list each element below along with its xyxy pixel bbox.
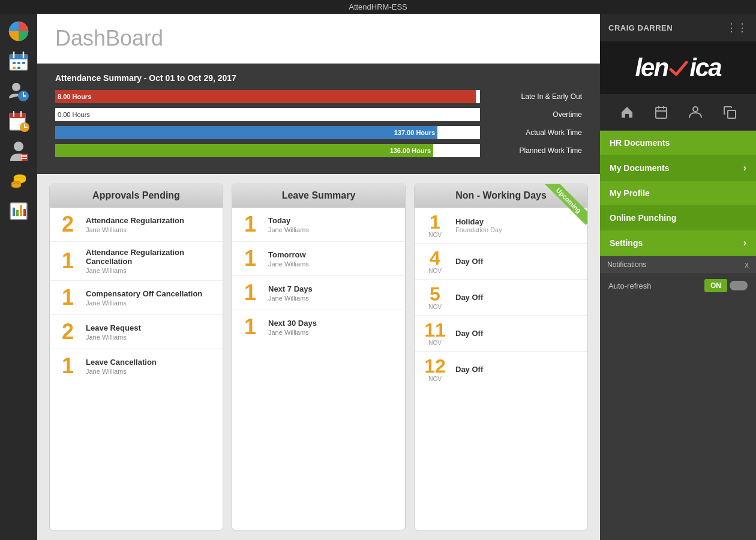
right-menu-label: Online Punching [610, 213, 676, 223]
nwd-items: 1 NOV Holiday Foundation Day 4 NOV Day O… [415, 208, 587, 387]
approval-item-0[interactable]: 2 Attendance Regularization Jane William… [50, 208, 223, 242]
svg-rect-37 [656, 107, 667, 118]
nwd-item-4[interactable]: 12 NOV Day Off [415, 352, 587, 387]
svg-point-21 [14, 142, 23, 151]
attendance-title: Attendance Summary - Oct 01 to Oct 29, 2… [55, 73, 582, 83]
leave-item-3[interactable]: 1 Next 30 Days Jane Williams [232, 310, 405, 344]
sidebar-icon-coins[interactable] [5, 167, 32, 195]
right-nav-copy-icon[interactable] [718, 100, 742, 124]
leave-info: Today Jane Williams [268, 216, 397, 233]
nwd-info-title: Day Off [455, 257, 579, 266]
leave-item-0[interactable]: 1 Today Jane Williams [232, 208, 405, 242]
chevron-right-icon: › [743, 163, 746, 173]
leave-sub: Jane Williams [268, 295, 397, 302]
right-menu-label: HR Documents [610, 138, 670, 148]
leave-count: 1 [241, 282, 260, 304]
approval-item-4[interactable]: 1 Leave Cancellation Jane Williams [50, 349, 223, 383]
toggle-container[interactable]: ON [704, 279, 748, 292]
right-menu-label: My Documents [610, 163, 670, 173]
leave-items: 1 Today Jane Williams 1 Tomorrow Jane Wi… [232, 208, 405, 344]
sidebar-icon-person[interactable] [5, 137, 32, 165]
bar-container-1: 0.00 Hours [55, 108, 480, 121]
nwd-day: 1 [423, 212, 447, 232]
nwd-info: Day Off [455, 365, 579, 374]
bar-label-1: Overtime [486, 110, 582, 119]
right-menu-item-3[interactable]: Online Punching [600, 206, 756, 230]
bar-fill-3: 136.00 Hours [55, 144, 433, 157]
auto-refresh-label: Auto-refresh [608, 281, 652, 290]
bar-row-0: 8.00 HoursLate In & Early Out [55, 90, 582, 103]
svg-rect-34 [16, 210, 19, 216]
approval-count: 2 [58, 321, 77, 343]
right-menu-item-2[interactable]: My Profile [600, 181, 756, 206]
right-menu: HR Documents My Documents › My Profile O… [600, 131, 756, 256]
approval-info: Attendance Regularization Cancellation J… [86, 248, 214, 274]
toggle-switch[interactable] [730, 281, 748, 290]
right-nav-home-icon[interactable] [615, 100, 639, 124]
svg-point-31 [11, 183, 21, 188]
approval-sub: Jane Williams [86, 299, 214, 307]
nwd-info-title: Day Off [455, 329, 579, 338]
approvals-card: Approvals Pending 2 Attendance Regulariz… [49, 184, 223, 530]
bar-container-3: 136.00 Hours [55, 144, 480, 157]
nwd-info: Day Off [455, 293, 579, 302]
nwd-day: 12 [423, 356, 447, 376]
right-menu-item-4[interactable]: Settings › [600, 230, 756, 256]
logo-checkmark [668, 58, 689, 78]
approval-item-1[interactable]: 1 Attendance Regularization Cancellation… [50, 242, 223, 281]
attendance-section: Attendance Summary - Oct 01 to Oct 29, 2… [37, 64, 600, 174]
approvals-items: 2 Attendance Regularization Jane William… [50, 208, 223, 383]
toggle-on-label[interactable]: ON [704, 279, 727, 292]
approval-count: 2 [58, 214, 77, 235]
right-menu-label: My Profile [610, 188, 650, 198]
nwd-day: 4 [423, 248, 447, 268]
sidebar-icon-dashboard[interactable] [5, 17, 32, 45]
cards-section: Approvals Pending 2 Attendance Regulariz… [37, 174, 600, 540]
page-title: DashBoard [55, 26, 582, 51]
approval-item-3[interactable]: 2 Leave Request Jane Williams [50, 315, 223, 349]
approval-item-2[interactable]: 1 Compensatory Off Cancellation Jane Wil… [50, 281, 223, 315]
leave-item-2[interactable]: 1 Next 7 Days Jane Williams [232, 276, 405, 310]
nwd-item-3[interactable]: 11 NOV Day Off [415, 316, 587, 352]
nwd-item-1[interactable]: 4 NOV Day Off [415, 244, 587, 280]
svg-rect-42 [728, 110, 736, 118]
leave-count: 1 [241, 214, 260, 235]
right-menu-item-1[interactable]: My Documents › [600, 155, 756, 181]
nwd-item-2[interactable]: 5 NOV Day Off [415, 280, 587, 316]
svg-rect-9 [17, 67, 20, 69]
right-header: CRAIG DARREN ⋮⋮ [600, 14, 756, 41]
right-menu-item-0[interactable]: HR Documents [600, 131, 756, 155]
sidebar-icon-reports[interactable] [5, 197, 32, 225]
notifications-close[interactable]: x [745, 260, 749, 269]
svg-rect-7 [22, 62, 25, 64]
user-name: CRAIG DARREN [608, 23, 673, 32]
ribbon-text: Upcoming [544, 184, 587, 225]
nwd-info: Day Off [455, 257, 579, 266]
sidebar-icon-calendar[interactable] [5, 47, 32, 75]
leave-summary-card: Leave Summary 1 Today Jane Williams 1 To… [232, 184, 406, 530]
leave-title: Next 7 Days [268, 284, 397, 293]
leave-title: Tomorrow [268, 250, 397, 259]
leave-item-1[interactable]: 1 Tomorrow Jane Williams [232, 242, 405, 276]
attendance-bars: 8.00 HoursLate In & Early Out0.00 HoursO… [55, 90, 582, 157]
right-nav-user-icon[interactable] [683, 100, 707, 124]
app-title: AttendHRM-ESS [349, 2, 407, 11]
approval-info: Leave Request Jane Williams [86, 323, 214, 341]
chevron-right-icon: › [743, 238, 746, 248]
leave-summary-card-header: Leave Summary [232, 184, 405, 208]
non-working-days-card: Upcoming Non - Working Days 1 NOV Holida… [414, 184, 588, 530]
menu-dots-icon[interactable]: ⋮⋮ [726, 21, 748, 34]
notifications-bar: Notifications x [600, 256, 756, 273]
nwd-month: NOV [423, 304, 447, 310]
approval-sub: Jane Williams [86, 267, 214, 274]
leave-title: Next 30 Days [268, 319, 397, 328]
right-nav-calendar-icon[interactable] [649, 100, 673, 124]
sidebar-icon-user-time[interactable] [5, 77, 32, 105]
auto-refresh-bar: Auto-refresh ON [600, 273, 756, 298]
bar-row-3: 136.00 HoursPlanned Work Time [55, 144, 582, 157]
svg-rect-36 [23, 209, 26, 216]
leave-count: 1 [241, 248, 260, 269]
approval-sub: Jane Williams [86, 368, 214, 375]
bar-fill-0: 8.00 Hours [55, 90, 476, 103]
sidebar-icon-leave[interactable] [5, 107, 32, 135]
